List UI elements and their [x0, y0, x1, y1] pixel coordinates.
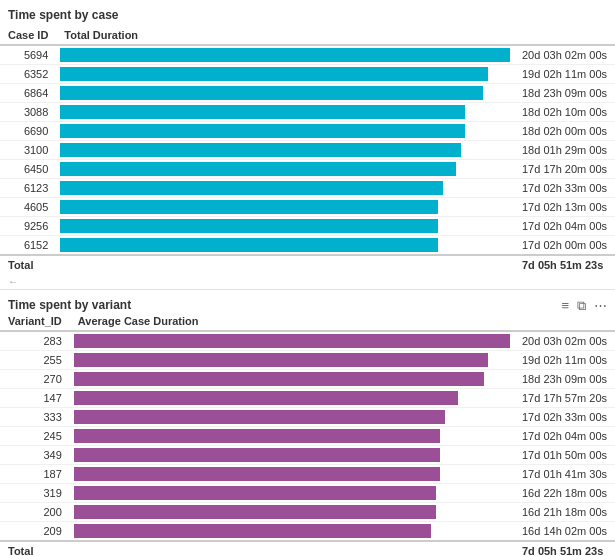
- section2-title: Time spent by variant: [8, 298, 131, 312]
- duration-cell: 18d 01h 29m 00s: [514, 141, 615, 160]
- duration-cell: 18d 23h 09m 00s: [514, 84, 615, 103]
- variant-id-cell: 245: [0, 427, 70, 446]
- case-id-cell: 6690: [0, 122, 56, 141]
- duration-cell: 17d 17h 57m 20s: [514, 389, 615, 408]
- case-id-cell: 6864: [0, 84, 56, 103]
- bar-cell: [56, 65, 514, 84]
- duration-cell: 17d 02h 13m 00s: [514, 198, 615, 217]
- bar-cell: [70, 522, 514, 542]
- section2-table-container: Variant_ID Average Case Duration 283 20d…: [0, 312, 615, 556]
- bar-cell: [70, 484, 514, 503]
- section1-scroll-hint: ←: [0, 274, 615, 289]
- bar-cell: [56, 45, 514, 65]
- section2-table: Variant_ID Average Case Duration 283 20d…: [0, 312, 615, 556]
- section-time-spent-by-variant: Time spent by variant ≡ ⧉ ⋯ Variant_ID A…: [0, 290, 615, 556]
- duration-cell: 17d 02h 04m 00s: [514, 427, 615, 446]
- table-row: 6864 18d 23h 09m 00s: [0, 84, 615, 103]
- table-row: 6352 19d 02h 11m 00s: [0, 65, 615, 84]
- col-variant-id: Variant_ID: [0, 312, 70, 331]
- case-id-cell: 4605: [0, 198, 56, 217]
- table-row: 3100 18d 01h 29m 00s: [0, 141, 615, 160]
- section2-total-duration: 7d 05h 51m 23s: [514, 541, 615, 556]
- table-row: 9256 17d 02h 04m 00s: [0, 217, 615, 236]
- bar-cell: [56, 103, 514, 122]
- duration-cell: 20d 03h 02m 00s: [514, 331, 615, 351]
- table-row: 209 16d 14h 02m 00s: [0, 522, 615, 542]
- section1-table-container: Case ID Total Duration 5694 20d 03h 02m …: [0, 26, 615, 274]
- variant-id-cell: 187: [0, 465, 70, 484]
- bar-cell: [56, 84, 514, 103]
- case-id-cell: 9256: [0, 217, 56, 236]
- bar-cell: [56, 198, 514, 217]
- table-row: 349 17d 01h 50m 00s: [0, 446, 615, 465]
- more-icon[interactable]: ⋯: [594, 299, 607, 312]
- col-total-duration: Total Duration: [56, 26, 615, 45]
- section2-header-row: Variant_ID Average Case Duration: [0, 312, 615, 331]
- case-id-cell: 6123: [0, 179, 56, 198]
- table-row: 3088 18d 02h 10m 00s: [0, 103, 615, 122]
- section1-table: Case ID Total Duration 5694 20d 03h 02m …: [0, 26, 615, 274]
- case-id-cell: 6152: [0, 236, 56, 256]
- duration-cell: 16d 21h 18m 00s: [514, 503, 615, 522]
- bar-cell: [70, 408, 514, 427]
- section2-total-row: Total 7d 05h 51m 23s: [0, 541, 615, 556]
- duration-cell: 17d 01h 50m 00s: [514, 446, 615, 465]
- col-avg-duration: Average Case Duration: [70, 312, 615, 331]
- duration-cell: 17d 02h 00m 00s: [514, 236, 615, 256]
- variant-id-cell: 255: [0, 351, 70, 370]
- variant-id-cell: 200: [0, 503, 70, 522]
- bar-cell: [70, 389, 514, 408]
- table-row: 4605 17d 02h 13m 00s: [0, 198, 615, 217]
- bar-cell: [70, 370, 514, 389]
- table-row: 333 17d 02h 33m 00s: [0, 408, 615, 427]
- duration-cell: 17d 02h 33m 00s: [514, 179, 615, 198]
- bar-cell: [70, 351, 514, 370]
- table-row: 6690 18d 02h 00m 00s: [0, 122, 615, 141]
- table-row: 255 19d 02h 11m 00s: [0, 351, 615, 370]
- variant-id-cell: 333: [0, 408, 70, 427]
- variant-id-cell: 283: [0, 331, 70, 351]
- section1-total-label: Total: [0, 255, 56, 274]
- duration-cell: 19d 02h 11m 00s: [514, 351, 615, 370]
- variant-id-cell: 349: [0, 446, 70, 465]
- bar-cell: [56, 217, 514, 236]
- section2-total-label: Total: [0, 541, 70, 556]
- section1-header-row: Case ID Total Duration: [0, 26, 615, 45]
- bar-cell: [56, 179, 514, 198]
- case-id-cell: 5694: [0, 45, 56, 65]
- table-row: 319 16d 22h 18m 00s: [0, 484, 615, 503]
- case-id-cell: 3100: [0, 141, 56, 160]
- bar-cell: [70, 503, 514, 522]
- duration-cell: 17d 02h 33m 00s: [514, 408, 615, 427]
- variant-id-cell: 147: [0, 389, 70, 408]
- duration-cell: 20d 03h 02m 00s: [514, 45, 615, 65]
- table-row: 283 20d 03h 02m 00s: [0, 331, 615, 351]
- variant-id-cell: 209: [0, 522, 70, 542]
- table-row: 200 16d 21h 18m 00s: [0, 503, 615, 522]
- table-row: 5694 20d 03h 02m 00s: [0, 45, 615, 65]
- bar-cell: [70, 446, 514, 465]
- table-row: 147 17d 17h 57m 20s: [0, 389, 615, 408]
- table-row: 270 18d 23h 09m 00s: [0, 370, 615, 389]
- section2-header: Time spent by variant ≡ ⧉ ⋯: [0, 294, 615, 312]
- duration-cell: 17d 17h 20m 00s: [514, 160, 615, 179]
- bar-cell: [56, 122, 514, 141]
- expand-icon[interactable]: ⧉: [577, 299, 586, 312]
- section1-total-row: Total 7d 05h 51m 23s: [0, 255, 615, 274]
- duration-cell: 18d 02h 10m 00s: [514, 103, 615, 122]
- filter-icon[interactable]: ≡: [561, 299, 569, 312]
- table-row: 187 17d 01h 41m 30s: [0, 465, 615, 484]
- section1-title: Time spent by case: [0, 4, 615, 26]
- bar-cell: [56, 141, 514, 160]
- duration-cell: 18d 02h 00m 00s: [514, 122, 615, 141]
- case-id-cell: 6352: [0, 65, 56, 84]
- table-row: 6123 17d 02h 33m 00s: [0, 179, 615, 198]
- section-time-spent-by-case: Time spent by case Case ID Total Duratio…: [0, 0, 615, 290]
- duration-cell: 17d 02h 04m 00s: [514, 217, 615, 236]
- bar-cell: [70, 427, 514, 446]
- duration-cell: 19d 02h 11m 00s: [514, 65, 615, 84]
- table-row: 6152 17d 02h 00m 00s: [0, 236, 615, 256]
- bar-cell: [56, 236, 514, 256]
- case-id-cell: 3088: [0, 103, 56, 122]
- bar-cell: [70, 465, 514, 484]
